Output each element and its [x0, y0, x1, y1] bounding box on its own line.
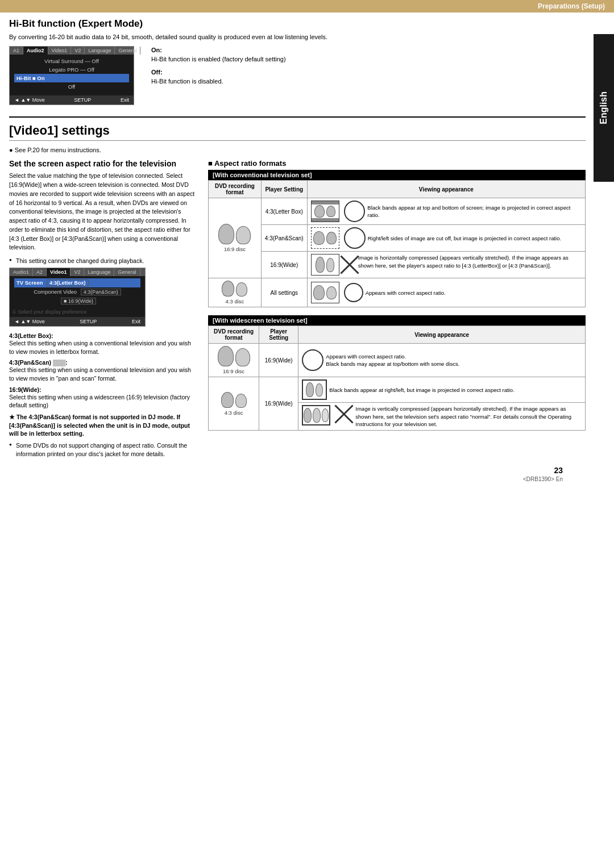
face-43-1: [222, 281, 234, 297]
ws-note-43a: Black bands appear at right/left, but im…: [329, 386, 514, 394]
tab-audio2: Audio2: [23, 47, 48, 55]
table-row: 16:9 disc 4:3(Letter Box): [209, 198, 586, 225]
main-content: Hi-Bit function (Expert Mode) By convert…: [0, 12, 614, 488]
hibit-menu-screenshot: A1 Audio2 Video1 V2 Language General Vir…: [9, 46, 134, 105]
hibit-on-block: On: Hi-Bit function is enabled (factory …: [151, 46, 286, 64]
face-43-2: [236, 282, 247, 297]
view-x-169: [344, 254, 356, 276]
ws-view-43b: Image is vertically compressed (appears …: [298, 403, 586, 431]
aspect-ratio-title: ■ Aspect ratio formats: [208, 159, 586, 168]
def-169wide-term: 16:9(Wide):: [9, 386, 197, 393]
note-lb: Black bands appear at top and bottom of …: [367, 204, 582, 219]
note-169: Image is horizontally compressed (appear…: [358, 254, 582, 269]
ws-face-2: [235, 348, 250, 366]
left-column: Set the screen aspect ratio for the tele…: [9, 159, 197, 460]
ws-view-x-43: [335, 405, 353, 423]
disc-label-169: 16:9 disc: [212, 246, 258, 252]
table-row: 16:9(Wide): [209, 252, 586, 278]
setting-panscan: 4:3(Pan&Scan): [261, 225, 307, 252]
hibit-title: Hi-Bit function (Expert Mode): [9, 18, 586, 30]
footer-move2: ◄ ▲▼ Move: [14, 319, 45, 324]
dvd-note: Some DVDs do not support changing of asp…: [9, 441, 197, 458]
view-circle-ps: [344, 227, 366, 249]
view-circle-all: [344, 283, 363, 302]
dvd-face-wide: [212, 224, 258, 244]
def-letterbox-text: Select this setting when using a convent…: [9, 339, 197, 356]
tab-general-hibit: General: [115, 47, 140, 55]
playback-note: This setting cannot be changed during pl…: [9, 257, 197, 265]
video1-menu-body: TV Screen 4:3(Letter Box) Component Vide…: [10, 276, 145, 308]
menu-row-legato: Legato PRO — Off: [14, 65, 129, 74]
footer-setup2: SETUP: [80, 319, 97, 324]
menu-row-component: Component Video 4:3(Pan&Scan): [14, 287, 140, 297]
hibit-menu-body: Virtual Surround — Off Legato PRO — Off …: [10, 55, 134, 93]
widescreen-tv-subtitle: [With widescreen television set]: [208, 315, 586, 326]
tab-v2: V2: [70, 268, 84, 276]
tab-audio1: Audio1: [10, 268, 33, 276]
note-all: Appears with correct aspect ratio.: [366, 289, 446, 297]
def-letterbox-term: 4:3(Letter Box):: [9, 332, 197, 339]
hibit-off-text: Hi-Bit function is disabled.: [151, 78, 223, 85]
page-header: Preparations (Setup): [0, 0, 614, 12]
menu-hint: ① Select your display preference: [12, 309, 145, 315]
ws-dvd-format-1: 16:9 disc: [209, 344, 259, 377]
page-number: 23: [9, 466, 586, 475]
video1-menu-footer: ◄ ▲▼ Move SETUP Exit: [10, 317, 145, 326]
ws-disc-label-43: 4:3 disc: [212, 410, 255, 416]
footer-exit2: Exit: [132, 319, 140, 324]
ws-face-43-1: [221, 392, 234, 408]
footer-exit: Exit: [121, 97, 129, 103]
hibit-layout: A1 Audio2 Video1 V2 Language General Vir…: [9, 46, 586, 105]
tab-language-hibit: Language: [85, 47, 115, 55]
tab-video1-hibit: Video1: [48, 47, 72, 55]
view-letterbox: Black bands appear at top and bottom of …: [307, 198, 585, 225]
face-dvd-2: [236, 226, 251, 244]
table-row: 4:3 disc 16:9(Wide): [209, 377, 586, 403]
section-divider: [9, 116, 586, 118]
tab-general: General: [114, 268, 140, 276]
menu-row-169wide: ■ 16:9(Wide): [14, 297, 140, 306]
setting-letterbox: 4:3(Letter Box): [261, 198, 307, 225]
video1-menu-screenshot: Audio1 A2 Video1 V2 Language General TV …: [9, 268, 146, 327]
table-row: 16:9 disc 16:9(Wide) Appears with correc…: [209, 344, 586, 377]
face-dvd-1: [218, 224, 234, 244]
def-panscan-text: Select this setting when using a convent…: [9, 366, 197, 382]
tab-language: Language: [84, 268, 114, 276]
view-circle-lb: [344, 201, 366, 222]
view-all: Appears with correct aspect ratio.: [307, 278, 585, 307]
setting-169wide-conv: 16:9(Wide): [261, 252, 307, 278]
footer-setup: SETUP: [74, 97, 91, 103]
ws-setting-43: 16:9(Wide): [259, 377, 298, 431]
menu-row-vs: Virtual Surround — Off: [14, 57, 129, 65]
hibit-menu-footer: ◄ ▲▼ Move SETUP Exit: [10, 95, 134, 105]
setting-all: All settings: [261, 278, 307, 307]
ws-face-43-2: [235, 394, 247, 408]
def-169wide-text: Select this setting when using a widescr…: [9, 393, 197, 410]
disc-label-43: 4:3 disc: [212, 298, 258, 304]
right-column: ■ Aspect ratio formats [With conventiona…: [208, 159, 586, 460]
conventional-table: DVD recording format Player Setting View…: [208, 180, 586, 307]
screen-aspect-body: Select the value matching the type of te…: [9, 172, 197, 252]
ws-note-169b: Black bands may appear at top/bottom wit…: [326, 360, 459, 368]
widescreen-table: DVD recording format Player Setting View…: [208, 326, 586, 431]
ws-dvd-format-2: 4:3 disc: [209, 377, 259, 431]
tab-video1-active: Video1: [47, 268, 70, 276]
menu-row-hibit: Hi-Bit ■ On: [14, 74, 129, 82]
hibit-off-label: Off:: [151, 69, 163, 76]
view-panscan: Right/left sides of image are cut off, b…: [307, 225, 585, 252]
aspect-definitions: 4:3(Letter Box): Select this setting whe…: [9, 332, 197, 410]
two-col-layout: Set the screen aspect ratio for the tele…: [9, 159, 586, 460]
col-dvd-format: DVD recording format: [209, 181, 262, 198]
dvd-format-cell-2: 4:3 disc: [209, 278, 262, 307]
dvd-format-cell-1: 16:9 disc: [209, 198, 262, 278]
view-169wide-conv: Image is horizontally compressed (appear…: [307, 252, 585, 278]
ws-dvd-face-169: [212, 346, 255, 366]
language-side-tab: English: [594, 34, 614, 182]
menu-row-off: Off: [14, 82, 129, 91]
ws-note-43b: Image is vertically compressed (appears …: [355, 405, 582, 428]
language-label: English: [599, 91, 609, 124]
dvd-face-43: [212, 281, 258, 297]
col-viewing-ws: Viewing appearance: [298, 326, 586, 344]
conventional-tv-subtitle: [With conventional television set]: [208, 170, 586, 180]
ws-view-43a: Black bands appear at right/left, but im…: [298, 377, 586, 403]
